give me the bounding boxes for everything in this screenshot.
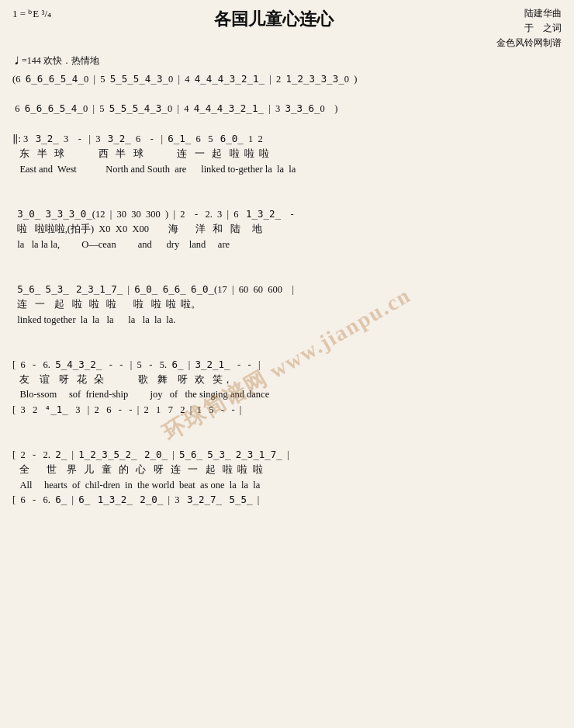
song-title: 各国儿童心连心: [51, 6, 496, 31]
lyricist: 于 之词: [496, 21, 562, 36]
composer: 陆建华曲: [496, 6, 562, 21]
tempo: ♩=144 欢快．热情地: [12, 54, 562, 68]
credits: 陆建华曲 于 之词 金色风铃网制谱: [496, 6, 562, 51]
music-content: (6 6̲6̲6̲5̲4̲0 | 5 5̲5̲5̲4̲3̲0 | 4 4̲4̲4…: [12, 72, 562, 523]
key-signature: 1 = ᵇE ³/₄: [12, 6, 51, 22]
key-time: 1 = ᵇE ³/₄: [12, 6, 51, 22]
arranger: 金色风铃网制谱: [496, 36, 562, 50]
music-sheet: 环球简谱网 www.jianpu.cn 1 = ᵇE ³/₄ 各国儿童心连心 陆…: [0, 0, 574, 728]
header: 1 = ᵇE ³/₄ 各国儿童心连心 陆建华曲 于 之词 金色风铃网制谱: [12, 6, 562, 51]
